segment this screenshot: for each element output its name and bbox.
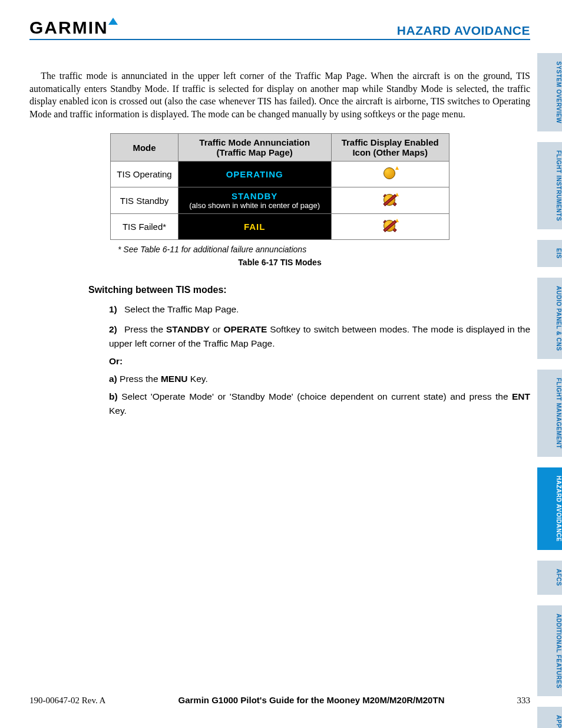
ann-text: FAIL	[244, 222, 266, 232]
procedure-heading: Switching between TIS modes:	[88, 285, 530, 295]
th-mode: Mode	[111, 134, 178, 162]
footer-title: Garmin G1000 Pilot's Guide for the Moone…	[105, 695, 517, 705]
traffic-crossed-icon	[380, 192, 400, 208]
th-icon: Traffic Display Enabled Icon (Other Maps…	[331, 134, 449, 162]
doc-number: 190-00647-02 Rev. A	[29, 696, 105, 706]
procedure-steps: 1)Select the Traffic Map Page. 2)Press t…	[109, 302, 530, 418]
ann-subtext: (also shown in white in center of page)	[184, 201, 325, 210]
logo-text: GARMIN	[29, 18, 108, 37]
tab-audio-panel-cns[interactable]: AUDIO PANEL & CNS	[537, 278, 562, 359]
ann-text: OPERATING	[226, 169, 283, 179]
intro-paragraph: The traffic mode is annunciated in the u…	[29, 70, 530, 120]
cell-mode: TIS Operating	[111, 162, 178, 187]
step-2: 2)Press the STANDBY or OPERATE Softkey t…	[109, 322, 530, 418]
step-text: Press the STANDBY or OPERATE Softkey to …	[109, 324, 530, 348]
cell-icon	[331, 214, 449, 240]
cell-icon	[331, 162, 449, 187]
cell-mode: TIS Standby	[111, 187, 178, 214]
cell-mode: TIS Failed*	[111, 214, 178, 240]
page-content: GARMIN HAZARD AVOIDANCE The traffic mode…	[29, 18, 530, 424]
garmin-logo: GARMIN	[29, 18, 118, 38]
table-row: TIS Failed* FAIL	[111, 214, 449, 240]
page-footer: 190-00647-02 Rev. A Garmin G1000 Pilot's…	[29, 695, 530, 706]
section-title: HAZARD AVOIDANCE	[397, 24, 530, 38]
tab-system-overview[interactable]: SYSTEM OVERVIEW	[537, 53, 562, 131]
traffic-icon	[380, 165, 400, 182]
logo-triangle-icon	[108, 18, 118, 25]
tab-flight-management[interactable]: FLIGHT MANAGEMENT	[537, 370, 562, 457]
table-row: TIS Operating OPERATING	[111, 162, 449, 187]
cell-icon	[331, 187, 449, 214]
tab-afcs[interactable]: AFCS	[537, 561, 562, 594]
side-tabs: SYSTEM OVERVIEW FLIGHT INSTRUMENTS EIS A…	[537, 53, 562, 728]
step-num: 1)	[109, 302, 124, 317]
tab-flight-instruments[interactable]: FLIGHT INSTRUMENTS	[537, 142, 562, 229]
tis-modes-table: Mode Traffic Mode Annunciation (Traffic …	[110, 133, 449, 240]
tab-hazard-avoidance[interactable]: HAZARD AVOIDANCE	[537, 467, 562, 550]
page-header: GARMIN HAZARD AVOIDANCE	[29, 18, 530, 40]
table-footnote: * See Table 6-11 for additional failure …	[118, 245, 530, 254]
page-number: 333	[517, 696, 531, 706]
substep-b: b) Select 'Operate Mode' or 'Standby Mod…	[109, 390, 530, 418]
ann-text: STANDBY	[184, 191, 325, 201]
tab-appendices[interactable]: APPENDICES	[537, 707, 562, 728]
table-header-row: Mode Traffic Mode Annunciation (Traffic …	[111, 134, 449, 162]
or-label: Or:	[109, 354, 530, 368]
cell-ann: FAIL	[178, 214, 331, 240]
step-1: 1)Select the Traffic Map Page.	[109, 302, 530, 317]
table-row: TIS Standby STANDBY (also shown in white…	[111, 187, 449, 214]
traffic-crossed-icon	[380, 218, 400, 234]
step-num: 2)	[109, 322, 124, 337]
tab-additional-features[interactable]: ADDITIONAL FEATURES	[537, 605, 562, 697]
step-text: Select the Traffic Map Page.	[124, 304, 239, 314]
table-caption: Table 6-17 TIS Modes	[29, 258, 530, 267]
cell-ann: STANDBY (also shown in white in center o…	[178, 187, 331, 214]
th-annunciation: Traffic Mode Annunciation (Traffic Map P…	[178, 134, 331, 162]
substep-a: a) Press the MENU Key.	[109, 372, 530, 386]
tab-eis[interactable]: EIS	[537, 240, 562, 267]
cell-ann: OPERATING	[178, 162, 331, 187]
